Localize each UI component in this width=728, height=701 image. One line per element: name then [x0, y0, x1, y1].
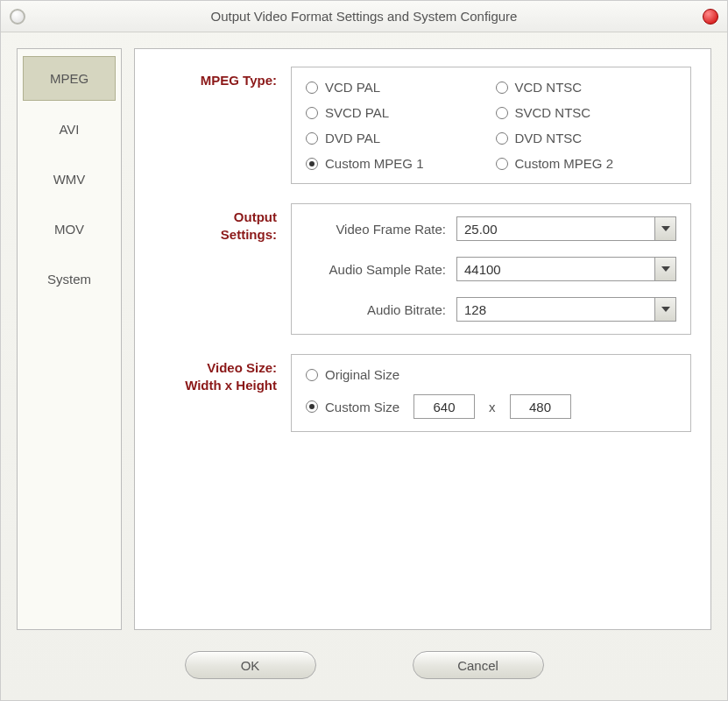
video-frame-rate-label: Video Frame Rate: — [306, 222, 446, 237]
radio-vcd-ntsc[interactable]: VCD NTSC — [496, 80, 677, 95]
window-title: Output Video Format Settings and System … — [211, 9, 518, 24]
output-settings-label: Output Settings: — [154, 203, 277, 335]
window-menu-button[interactable] — [10, 9, 25, 25]
video-frame-rate-select[interactable]: 25.00 — [456, 216, 676, 241]
size-separator: x — [489, 400, 496, 414]
video-frame-rate-row: Video Frame Rate: 25.00 — [306, 216, 676, 241]
radio-icon — [496, 158, 508, 170]
radio-custom-size[interactable]: Custom Size — [306, 400, 399, 414]
video-size-label: Video Size: Width x Height — [154, 354, 277, 432]
video-size-group: Original Size Custom Size x — [291, 354, 691, 432]
audio-sample-rate-label: Audio Sample Rate: — [306, 262, 446, 277]
radio-svcd-pal[interactable]: SVCD PAL — [306, 105, 487, 120]
output-settings-group: Video Frame Rate: 25.00 Audio Sample Rat… — [291, 203, 691, 335]
radio-dvd-pal[interactable]: DVD PAL — [306, 131, 487, 145]
chevron-down-icon — [654, 258, 675, 280]
tab-avi[interactable]: AVI — [23, 108, 116, 151]
radio-icon — [496, 81, 508, 94]
radio-icon — [496, 107, 508, 119]
dialog-buttons: OK Cancel — [1, 630, 727, 700]
tab-system[interactable]: System — [23, 258, 116, 301]
audio-bitrate-label: Audio Bitrate: — [306, 302, 446, 317]
height-input[interactable] — [510, 394, 571, 419]
radio-vcd-pal[interactable]: VCD PAL — [306, 80, 487, 95]
audio-bitrate-select[interactable]: 128 — [456, 297, 676, 322]
audio-sample-rate-row: Audio Sample Rate: 44100 — [306, 257, 676, 281]
radio-custom-mpeg2[interactable]: Custom MPEG 2 — [496, 156, 677, 171]
close-icon[interactable] — [703, 9, 718, 25]
format-tabs: MPEG AVI WMV MOV System — [17, 48, 122, 630]
content-area: MPEG AVI WMV MOV System MPEG Type: VCD P… — [1, 32, 727, 630]
radio-icon — [306, 400, 318, 413]
output-settings-section: Output Settings: Video Frame Rate: 25.00… — [154, 203, 691, 335]
radio-icon — [306, 158, 318, 170]
titlebar: Output Video Format Settings and System … — [1, 1, 727, 32]
radio-svcd-ntsc[interactable]: SVCD NTSC — [496, 105, 677, 120]
radio-icon — [306, 132, 318, 145]
main-panel: MPEG Type: VCD PAL VCD NTSC SVCD PAL SVC… — [134, 48, 711, 630]
audio-bitrate-row: Audio Bitrate: 128 — [306, 297, 676, 322]
mpeg-type-label: MPEG Type: — [154, 67, 277, 184]
chevron-down-icon — [654, 298, 675, 321]
radio-original-size[interactable]: Original Size — [306, 367, 676, 382]
radio-icon — [306, 369, 318, 381]
radio-custom-mpeg1[interactable]: Custom MPEG 1 — [306, 156, 487, 171]
radio-dvd-ntsc[interactable]: DVD NTSC — [496, 131, 677, 145]
mpeg-type-section: MPEG Type: VCD PAL VCD NTSC SVCD PAL SVC… — [154, 67, 691, 184]
radio-icon — [306, 81, 318, 94]
mpeg-type-group: VCD PAL VCD NTSC SVCD PAL SVCD NTSC DVD … — [291, 67, 691, 184]
audio-sample-rate-select[interactable]: 44100 — [456, 257, 676, 281]
tab-wmv[interactable]: WMV — [23, 158, 116, 201]
radio-icon — [306, 107, 318, 119]
tab-mpeg[interactable]: MPEG — [23, 56, 116, 101]
cancel-button[interactable]: Cancel — [413, 651, 544, 679]
settings-window: Output Video Format Settings and System … — [0, 0, 728, 701]
ok-button[interactable]: OK — [185, 651, 316, 679]
video-size-section: Video Size: Width x Height Original Size… — [154, 354, 691, 432]
radio-icon — [496, 132, 508, 145]
width-input[interactable] — [413, 394, 475, 419]
tab-mov[interactable]: MOV — [23, 208, 116, 251]
chevron-down-icon — [654, 217, 675, 240]
